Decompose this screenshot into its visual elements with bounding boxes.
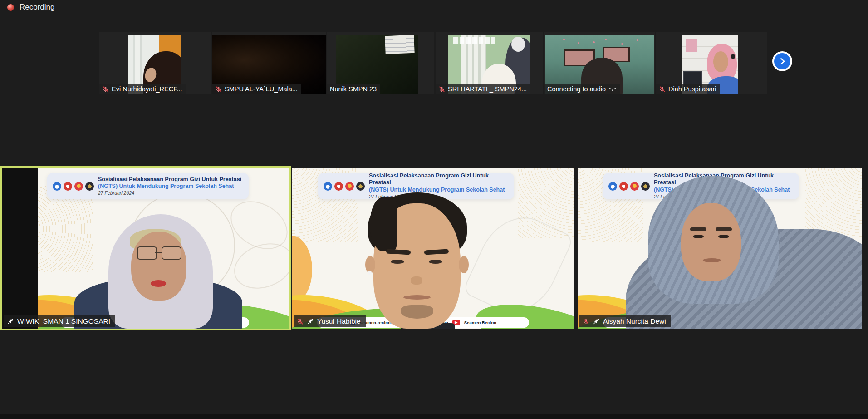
participant-nameplate: Diah Puspitasari [656, 84, 720, 94]
participant-name: SMPU AL-YA`LU_Mala... [225, 85, 298, 93]
participant-name: Aisyah Nurcita Dewi [603, 317, 666, 325]
ear-right [459, 256, 469, 273]
participant-name: SRI HARTATI _ SMPN24... [448, 85, 527, 93]
flower-logo-icon [345, 182, 354, 191]
virtual-background: f seameo-recfon.org @ @SeameoRecfon ▶ Se… [292, 168, 574, 329]
hair-sweep [370, 197, 397, 251]
video-tile-wiwik[interactable]: f seameo-recfon.org @ @SeameoRecfon ▶ Se… [2, 168, 289, 329]
earbud [368, 271, 372, 275]
institution-logos [324, 182, 365, 191]
lips [151, 280, 166, 287]
participant-nameplate: WIWIK_SMAN 1 SINGOSARI [4, 315, 115, 327]
glasses-bridge [155, 252, 162, 253]
face [131, 232, 186, 301]
headset [731, 54, 735, 59]
eye-right [429, 260, 442, 264]
kemendikbud-logo-icon [324, 182, 332, 191]
participant-nameplate: Connecting to audio [544, 84, 620, 94]
recording-label: Recording [20, 3, 55, 12]
participant-name: WIWIK_SMAN 1 SINGOSARI [17, 317, 110, 325]
mic-off-icon [102, 86, 109, 93]
orange-blob-decor [292, 236, 312, 304]
video-tile-aisyah[interactable]: f seameo-recfon.org @ @SeameoRecfon ▶ Se… [578, 168, 862, 329]
banner-line2: (NGTS) Untuk Mendukung Program Sekolah S… [98, 183, 241, 190]
video-tile-yusuf[interactable]: f seameo-recfon.org @ @SeameoRecfon ▶ Se… [292, 168, 574, 329]
participant-person [65, 192, 247, 329]
goatee [401, 305, 433, 319]
virtual-background: f seameo-recfon.org @ @SeameoRecfon ▶ Se… [38, 168, 289, 329]
round-gold-logo-icon [356, 182, 365, 191]
glasses-left [137, 246, 157, 260]
recording-indicator: Recording [7, 3, 55, 12]
chevron-right-icon [778, 57, 787, 66]
bottom-strip [0, 414, 868, 419]
eye-left [693, 235, 704, 238]
pin-icon [593, 318, 600, 325]
mic-off-icon [583, 318, 589, 325]
caption-overlay [453, 37, 496, 44]
participant-nameplate: Evi Nurhidayati_RECF... [99, 84, 186, 94]
nose [411, 276, 422, 285]
participant-person [360, 192, 491, 329]
participant-nameplate: SRI HARTATI _ SMPN24... [436, 84, 530, 94]
participant-nameplate: Aisyah Nurcita Dewi [579, 315, 671, 327]
virtual-background: f seameo-recfon.org @ @SeameoRecfon ▶ Se… [578, 168, 862, 329]
brow-right [716, 227, 732, 231]
thumbnail-sri-hartati[interactable]: SRI HARTATI _ SMPN24... [436, 32, 543, 94]
connecting-dots-icon [608, 87, 617, 92]
kemendikbud-logo-icon [53, 182, 61, 191]
participant-name: Diah Puspitasari [668, 85, 716, 93]
eye-right [718, 235, 729, 238]
paper-sign [385, 35, 414, 54]
next-page-button[interactable] [772, 51, 792, 71]
pin-icon [307, 318, 314, 325]
mouth [703, 258, 721, 262]
flower-logo-icon [74, 182, 83, 191]
mic-off-icon [438, 86, 445, 93]
participant-nameplate: SMPU AL-YA`LU_Mala... [212, 84, 301, 94]
mic-off-icon [297, 318, 304, 325]
mic-off-icon [215, 86, 222, 93]
participant-name: Yusuf Habibie [317, 317, 361, 325]
participant-nameplate: Yusuf Habibie [294, 315, 366, 327]
round-gold-logo-icon [85, 182, 94, 191]
pink-dots [593, 41, 595, 43]
thumbnail-smpu[interactable]: SMPU AL-YA`LU_Mala... [212, 32, 326, 94]
glasses-right [162, 246, 181, 260]
thumbnail-evi[interactable]: Evi Nurhidayati_RECF... [99, 32, 211, 94]
shelf-decor [686, 39, 696, 52]
eye-left [391, 260, 404, 264]
face [681, 203, 741, 281]
participant-nameplate: Nunik SMPN 23 [327, 84, 380, 94]
institution-logos [53, 182, 94, 191]
banner-line1: Sosialisasi Pelaksanaan Program Gizi Unt… [98, 176, 241, 183]
gear-logo-icon [334, 182, 343, 191]
mic-off-icon [659, 86, 666, 93]
thumbnail-connecting[interactable]: Connecting to audio [544, 32, 655, 94]
participant-person [578, 168, 862, 329]
recording-dot-icon [7, 4, 14, 11]
white-cap [511, 37, 525, 52]
brow-left [690, 227, 706, 231]
face [713, 51, 728, 72]
thumbnail-nunik[interactable]: Nunik SMPN 23 [327, 32, 434, 94]
pin-icon [7, 318, 14, 325]
mouth [403, 295, 431, 300]
gear-logo-icon [64, 182, 72, 191]
participant-name: Nunik SMPN 23 [330, 85, 377, 93]
participant-name: Connecting to audio [547, 85, 606, 93]
thumbnail-diah[interactable]: Diah Puspitasari [656, 32, 767, 94]
meeting-window: Recording Evi Nurhidayati_RECF... SMPU A… [0, 0, 868, 419]
participant-name: Evi Nurhidayati_RECF... [112, 85, 182, 93]
banner-line1: Sosialisasi Pelaksanaan Program Gizi Unt… [369, 173, 509, 187]
